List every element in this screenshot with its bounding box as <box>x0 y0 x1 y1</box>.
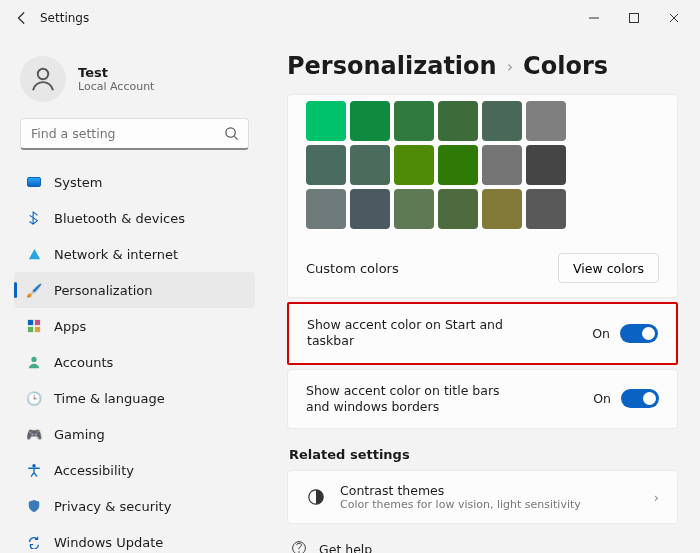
sidebar-item-privacy-security[interactable]: Privacy & security <box>14 488 255 524</box>
nav-icon <box>26 318 42 334</box>
search-icon <box>224 126 239 145</box>
color-swatch[interactable] <box>350 145 390 185</box>
nav-icon <box>26 246 42 262</box>
color-swatch[interactable] <box>438 145 478 185</box>
nav-icon <box>26 174 42 190</box>
color-swatch[interactable] <box>482 189 522 229</box>
color-swatch[interactable] <box>394 189 434 229</box>
color-swatch[interactable] <box>526 145 566 185</box>
sidebar-item-gaming[interactable]: 🎮Gaming <box>14 416 255 452</box>
window-title: Settings <box>40 11 89 25</box>
nav-icon <box>26 462 42 478</box>
option-label: Show accent color on title bars and wind… <box>306 383 506 416</box>
back-button[interactable] <box>6 2 38 34</box>
chevron-right-icon: › <box>507 57 513 76</box>
custom-colors-row: Custom colors View colors <box>288 243 677 297</box>
toggle-state: On <box>593 391 611 406</box>
color-swatch[interactable] <box>526 101 566 141</box>
chevron-right-icon: › <box>654 490 659 505</box>
sidebar: Test Local Account SystemBluetooth & dev… <box>0 36 265 553</box>
main-pane: Personalization › Colors Custom colors V… <box>265 36 700 553</box>
svg-rect-5 <box>28 320 33 325</box>
close-button[interactable] <box>654 2 694 34</box>
nav-icon <box>26 498 42 514</box>
color-swatch[interactable] <box>350 101 390 141</box>
svg-rect-6 <box>35 320 40 325</box>
color-swatch[interactable] <box>526 189 566 229</box>
sidebar-item-windows-update[interactable]: Windows Update <box>14 524 255 553</box>
toggle-switch[interactable] <box>620 324 658 343</box>
contrast-title: Contrast themes <box>340 483 640 498</box>
sidebar-item-apps[interactable]: Apps <box>14 308 255 344</box>
highlight-box: Show accent color on Start and taskbar O… <box>287 302 678 365</box>
window-controls <box>574 2 694 34</box>
svg-point-9 <box>31 357 36 362</box>
breadcrumb-parent[interactable]: Personalization <box>287 52 497 80</box>
svg-rect-8 <box>35 327 40 332</box>
view-colors-button[interactable]: View colors <box>558 253 659 283</box>
related-heading: Related settings <box>289 447 678 462</box>
nav-icon <box>26 534 42 550</box>
svg-point-10 <box>32 464 36 468</box>
sidebar-item-time-language[interactable]: 🕒Time & language <box>14 380 255 416</box>
svg-point-2 <box>38 69 49 80</box>
sidebar-item-network-internet[interactable]: Network & internet <box>14 236 255 272</box>
nav-label: System <box>54 175 102 190</box>
nav-label: Gaming <box>54 427 105 442</box>
titlebar: Settings <box>0 0 700 36</box>
accent-color-panel: Custom colors View colors <box>287 94 678 298</box>
svg-point-3 <box>226 128 235 137</box>
nav-label: Bluetooth & devices <box>54 211 185 226</box>
nav-icon: 🖌️ <box>26 282 42 298</box>
color-swatch[interactable] <box>350 189 390 229</box>
color-swatch[interactable] <box>306 101 346 141</box>
color-swatch[interactable] <box>306 189 346 229</box>
svg-rect-7 <box>28 327 33 332</box>
nav-label: Personalization <box>54 283 153 298</box>
svg-rect-1 <box>630 14 639 23</box>
contrast-themes-item[interactable]: Contrast themes Color themes for low vis… <box>287 470 678 524</box>
breadcrumb: Personalization › Colors <box>287 52 678 80</box>
sidebar-item-accounts[interactable]: Accounts <box>14 344 255 380</box>
nav-label: Apps <box>54 319 86 334</box>
color-swatch[interactable] <box>394 101 434 141</box>
color-swatch[interactable] <box>438 101 478 141</box>
nav-label: Privacy & security <box>54 499 171 514</box>
breadcrumb-current: Colors <box>523 52 608 80</box>
nav-label: Time & language <box>54 391 165 406</box>
svg-line-4 <box>234 136 237 139</box>
sidebar-item-bluetooth-devices[interactable]: Bluetooth & devices <box>14 200 255 236</box>
nav-label: Accessibility <box>54 463 134 478</box>
nav-icon: 🕒 <box>26 390 42 406</box>
toggle-state: On <box>592 326 610 341</box>
nav-icon <box>26 354 42 370</box>
option-accent-title-borders[interactable]: Show accent color on title bars and wind… <box>287 369 678 430</box>
toggle-switch[interactable] <box>621 389 659 408</box>
help-label: Get help <box>319 542 372 553</box>
nav-label: Windows Update <box>54 535 163 550</box>
sidebar-item-system[interactable]: System <box>14 164 255 200</box>
avatar <box>20 56 66 102</box>
color-swatch[interactable] <box>306 145 346 185</box>
color-swatch[interactable] <box>482 145 522 185</box>
contrast-icon <box>306 487 326 507</box>
profile[interactable]: Test Local Account <box>10 44 259 118</box>
help-icon <box>291 540 307 553</box>
color-swatch[interactable] <box>394 145 434 185</box>
sidebar-item-accessibility[interactable]: Accessibility <box>14 452 255 488</box>
maximize-button[interactable] <box>614 2 654 34</box>
option-accent-start-taskbar[interactable]: Show accent color on Start and taskbar O… <box>289 304 676 363</box>
nav-label: Network & internet <box>54 247 178 262</box>
sidebar-item-personalization[interactable]: 🖌️Personalization <box>14 272 255 308</box>
get-help[interactable]: Get help <box>287 540 678 553</box>
search <box>20 118 249 150</box>
nav-icon <box>26 210 42 226</box>
nav: SystemBluetooth & devicesNetwork & inter… <box>10 164 259 553</box>
option-label: Show accent color on Start and taskbar <box>307 317 507 350</box>
nav-icon: 🎮 <box>26 426 42 442</box>
color-swatch[interactable] <box>438 189 478 229</box>
search-input[interactable] <box>20 118 249 150</box>
color-swatch[interactable] <box>482 101 522 141</box>
minimize-button[interactable] <box>574 2 614 34</box>
custom-colors-label: Custom colors <box>306 261 399 276</box>
